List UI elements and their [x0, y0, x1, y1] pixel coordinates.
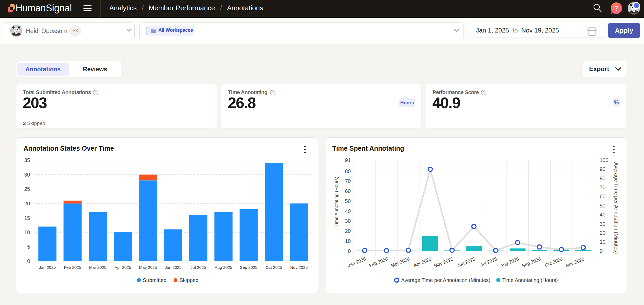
svg-text:?: ? [272, 91, 274, 95]
svg-text:?: ? [483, 91, 485, 95]
svg-text:?: ? [614, 4, 619, 12]
svg-text:?: ? [95, 91, 97, 95]
